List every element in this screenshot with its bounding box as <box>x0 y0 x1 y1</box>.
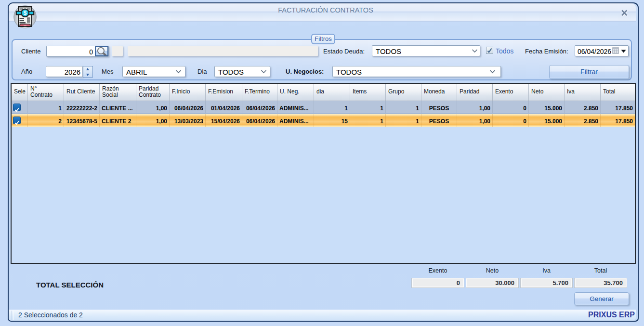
svg-text:$: $ <box>24 10 27 16</box>
